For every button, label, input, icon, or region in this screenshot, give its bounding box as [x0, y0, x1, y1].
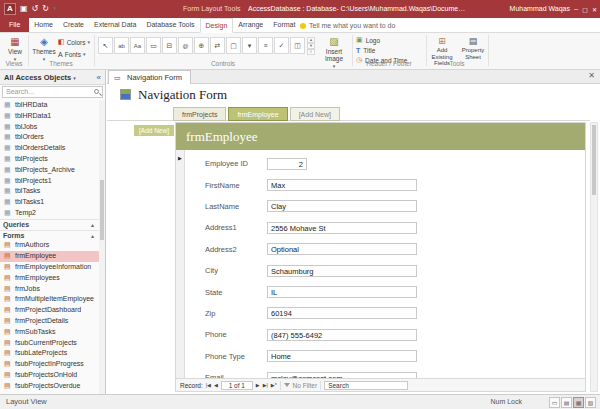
shutter-bar-icon[interactable]: « — [97, 70, 101, 85]
datasheet-view-icon[interactable]: ▤ — [561, 397, 572, 408]
object-item[interactable]: tblProjects_Archive — [0, 165, 99, 176]
object-item[interactable]: fsubProjectInProgress — [0, 359, 99, 370]
colors-button[interactable]: ◧Colors▾ — [58, 38, 90, 46]
list-box-icon[interactable] — [258, 37, 273, 54]
ribbon-tab[interactable]: Format — [268, 18, 300, 32]
field-input[interactable]: Home — [267, 350, 417, 362]
button-icon[interactable] — [146, 37, 161, 54]
combo-box-icon[interactable] — [242, 37, 257, 54]
label-icon[interactable] — [130, 37, 145, 54]
object-item[interactable]: tblTasks — [0, 186, 99, 197]
design-view-icon[interactable]: ▧ — [585, 397, 596, 408]
header-footer-button[interactable]: Logo — [356, 36, 407, 44]
object-item[interactable]: tblProjects — [0, 154, 99, 165]
object-item[interactable]: fsubProjectsOverdue — [0, 381, 99, 392]
form-scrollbar[interactable] — [590, 122, 598, 392]
sidebar-search-input[interactable]: Search... — [2, 86, 103, 98]
close-document-icon[interactable]: ✕ — [588, 71, 595, 80]
ribbon-tab[interactable]: Arrange — [233, 18, 268, 32]
object-item[interactable]: Queries — [0, 219, 99, 230]
first-record-icon[interactable]: |◀ — [206, 382, 211, 388]
chart-icon[interactable] — [290, 37, 305, 54]
field-input[interactable]: 60194 — [267, 307, 417, 319]
object-item[interactable]: fsubProjectsOnHold — [0, 370, 99, 381]
hyperlink-icon[interactable] — [178, 37, 193, 54]
vertical-add-new-tab[interactable]: [Add New] — [134, 125, 174, 136]
undo-icon[interactable]: ↺ — [32, 2, 39, 16]
object-item[interactable]: Forms — [0, 230, 99, 241]
field-input[interactable]: IL — [267, 286, 417, 298]
option-group-icon[interactable] — [226, 37, 241, 54]
customize-quick-access-icon[interactable]: ▾ — [53, 2, 57, 16]
scrollbar-thumb[interactable] — [100, 180, 104, 240]
filter-status[interactable]: No Filter — [293, 382, 318, 389]
ribbon-tab[interactable]: Create — [58, 18, 89, 32]
select-icon[interactable] — [98, 37, 113, 54]
object-item[interactable]: frmEmployeeInformation — [0, 262, 99, 273]
previous-record-icon[interactable]: ◀ — [214, 382, 218, 388]
redo-icon[interactable]: ↻ — [42, 2, 49, 16]
object-item[interactable]: frmProjectDetails — [0, 316, 99, 327]
new-record-icon[interactable]: ▶* — [271, 382, 277, 388]
field-input[interactable]: 2 — [267, 158, 307, 170]
navigation-tab[interactable]: [Add New] — [290, 107, 340, 121]
field-input[interactable]: Schaumburg — [267, 265, 417, 277]
fonts-button[interactable]: AFonts▾ — [58, 50, 90, 58]
field-input[interactable]: Optional — [267, 243, 417, 255]
ribbon-tab[interactable]: Database Tools — [141, 18, 199, 32]
text-box-icon[interactable] — [114, 37, 129, 54]
record-search-input[interactable]: Search — [324, 381, 408, 390]
object-item[interactable]: frmMultipleItemEmployee — [0, 294, 99, 305]
header-footer-button[interactable]: Title — [356, 46, 407, 54]
object-item[interactable]: fsubLateProjects — [0, 348, 99, 359]
layout-view-icon[interactable]: ▦ — [573, 397, 584, 408]
object-item[interactable]: tblHRData — [0, 100, 99, 111]
document-tab[interactable]: Navigation Form — [108, 70, 191, 84]
record-position[interactable]: 1 of 1 — [221, 381, 253, 390]
account-user-name[interactable]: Muhammad Waqas — [510, 0, 570, 18]
minimize-button[interactable]: ─ — [574, 6, 578, 12]
navigation-tab[interactable]: frmProjects — [173, 107, 226, 121]
object-item[interactable]: frmEmployees — [0, 273, 99, 284]
object-item[interactable]: tblJobs — [0, 122, 99, 133]
navigation-tab[interactable]: frmEmployee — [228, 107, 287, 121]
object-item[interactable]: tblOrdersDetails — [0, 143, 99, 154]
object-item[interactable]: tblProjects1 — [0, 176, 99, 187]
ribbon-tab[interactable]: File — [0, 18, 29, 32]
tab-control-icon[interactable] — [162, 37, 177, 54]
field-input[interactable]: Clay — [267, 200, 417, 212]
record-selector-bar[interactable]: ▶ — [176, 150, 185, 378]
last-record-icon[interactable]: ▶| — [263, 382, 268, 388]
more-controls-icon[interactable]: ≡ — [307, 49, 315, 55]
scrollbar-thumb[interactable] — [592, 125, 596, 195]
tell-me-box[interactable]: Tell me what you want to do — [300, 18, 395, 33]
navigation-control-icon[interactable] — [210, 37, 225, 54]
view-button[interactable]: ▦ View ▾ — [3, 36, 27, 63]
check-box-icon[interactable] — [274, 37, 289, 54]
object-item[interactable]: frmSubTasks — [0, 327, 99, 338]
field-input[interactable]: (847) 555-6492 — [267, 329, 417, 341]
maximize-button[interactable]: ▢ — [582, 6, 588, 13]
object-item[interactable]: fsubCurrentProjects — [0, 338, 99, 349]
field-input[interactable]: Max — [267, 179, 417, 191]
themes-button[interactable]: ◈ Themes ▾ — [31, 36, 57, 63]
object-item[interactable]: frmProjectDashboard — [0, 305, 99, 316]
next-record-icon[interactable]: ▶ — [256, 382, 260, 388]
sidebar-scrollbar[interactable] — [99, 100, 105, 394]
object-item[interactable]: frmJobs — [0, 284, 99, 295]
field-input[interactable]: 2556 Mohave St — [267, 222, 417, 234]
ribbon-tab[interactable]: Design — [200, 18, 234, 33]
object-item[interactable]: frmEmployee — [0, 251, 99, 262]
save-icon[interactable]: ▣ — [20, 2, 28, 16]
navigation-pane-header[interactable]: All Access Objects ▾ « — [0, 70, 105, 85]
object-item[interactable]: tblHRData1 — [0, 111, 99, 122]
object-item[interactable]: Temp2 — [0, 208, 99, 219]
form-view-icon[interactable]: ▭ — [549, 397, 560, 408]
web-browser-control-icon[interactable] — [194, 37, 209, 54]
object-item[interactable]: tblOrders — [0, 132, 99, 143]
ribbon-tab[interactable]: External Data — [89, 18, 141, 32]
ribbon-tab[interactable]: Home — [29, 18, 58, 32]
object-item[interactable]: tblTasks1 — [0, 197, 99, 208]
close-button[interactable]: ✕ — [592, 6, 597, 13]
object-item[interactable]: frmAuthors — [0, 240, 99, 251]
